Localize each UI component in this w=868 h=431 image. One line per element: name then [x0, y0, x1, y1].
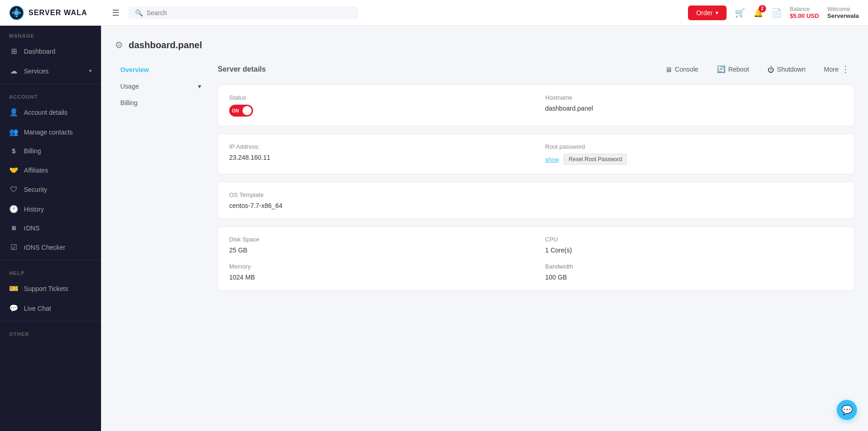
sidebar-item-manage-contacts[interactable]: 👥 Manage contacts — [0, 122, 101, 142]
search-bar[interactable]: 🔍 — [129, 6, 358, 19]
os-template-value: centos-7.7-x86_64 — [229, 202, 843, 209]
svg-point-2 — [14, 11, 19, 15]
status-label: Status — [229, 94, 527, 101]
left-nav-billing[interactable]: Billing — [115, 95, 207, 111]
billing-icon-button[interactable]: 📄 — [772, 8, 782, 18]
cpu-cell: CPU 1 Core(s) — [545, 236, 843, 254]
sidebar-item-account-details[interactable]: 👤 Account details — [0, 102, 101, 122]
root-password-label: Root password — [545, 143, 843, 150]
console-label: Console — [675, 66, 698, 73]
balance-amount: $5.00 USD — [790, 12, 819, 19]
sidebar-label-rdns-checker: rDNS Checker — [24, 244, 65, 251]
os-template-row: OS Template centos-7.7-x86_64 — [229, 191, 843, 209]
chat-bubble-icon: 💬 — [841, 404, 853, 415]
bandwidth-value: 100 GB — [545, 274, 843, 281]
hostname-value: dashboard.panel — [545, 105, 843, 112]
sidebar-item-services[interactable]: ☁ Services ▾ — [0, 61, 101, 81]
server-details-title: Server details — [218, 65, 266, 73]
rdns-checker-icon: ☑ — [9, 243, 18, 252]
resources-card: Disk Space 25 GB CPU 1 Core(s) Memory 10… — [218, 226, 854, 291]
chat-bubble-button[interactable]: 💬 — [837, 400, 857, 420]
main-content: ⚙ dashboard.panel Overview Usage ▾ Billi… — [101, 26, 868, 431]
os-template-cell: OS Template centos-7.7-x86_64 — [229, 191, 843, 209]
password-row: show Reset Root Password — [545, 154, 843, 165]
cart-icon: 🛒 — [735, 8, 745, 17]
logo-icon — [9, 6, 24, 20]
console-icon: 🖥 — [665, 66, 672, 73]
memory-label: Memory — [229, 263, 527, 270]
account-details-icon: 👤 — [9, 108, 18, 117]
sidebar-label-services: Services — [24, 67, 49, 75]
cart-button[interactable]: 🛒 — [735, 8, 745, 18]
topnav-right: Order ▾ 🛒 🔔 2 📄 Balance $5.00 USD Welcom… — [688, 6, 859, 20]
sidebar-label-manage-contacts: Manage contacts — [24, 129, 73, 136]
sidebar-label-history: History — [24, 206, 44, 213]
shutdown-button[interactable]: ⏻ Shutdown — [763, 63, 810, 76]
status-cell: Status ON — [229, 94, 527, 117]
toggle-track[interactable]: ON — [229, 105, 253, 117]
sidebar-item-dashboard[interactable]: ⊞ Dashboard — [0, 41, 101, 61]
server-details-panel: Server details 🖥 Console 🔄 Reboot ⏻ Sh — [218, 62, 854, 298]
hamburger-icon[interactable]: ☰ — [112, 8, 119, 18]
bandwidth-cell: Bandwidth 100 GB — [545, 263, 843, 281]
hostname-cell: Hostname dashboard.panel — [545, 94, 843, 117]
left-nav-usage[interactable]: Usage ▾ — [115, 78, 207, 95]
sidebar-item-support-tickets[interactable]: 🎫 Support Tickets — [0, 279, 101, 298]
svg-point-3 — [16, 8, 17, 10]
memory-value: 1024 MB — [229, 274, 527, 281]
logo: SERVER WALA — [9, 6, 110, 20]
sidebar-label-affiliates: Affiliates — [24, 167, 48, 174]
billing-nav-icon: $ — [9, 147, 18, 155]
ip-label: IP Address: — [229, 143, 527, 150]
os-template-card: OS Template centos-7.7-x86_64 — [218, 182, 854, 219]
more-button[interactable]: More ⋮ — [819, 62, 854, 77]
ip-cell: IP Address: 23.248.160.11 — [229, 143, 527, 165]
welcome-label: Welcome — [827, 6, 850, 12]
reboot-button[interactable]: 🔄 Reboot — [712, 62, 754, 76]
order-button[interactable]: Order ▾ — [688, 6, 727, 20]
ip-password-card: IP Address: 23.248.160.11 Root password … — [218, 134, 854, 174]
history-icon: 🕐 — [9, 205, 18, 213]
status-toggle[interactable]: ON — [229, 105, 527, 117]
sidebar-label-rdns: rDNS — [24, 224, 39, 232]
more-label: More — [824, 66, 839, 73]
sidebar-label-dashboard: Dashboard — [24, 48, 56, 55]
notification-badge: 2 — [759, 5, 766, 12]
disk-value: 25 GB — [229, 246, 527, 254]
sidebar-item-live-chat[interactable]: 💬 Live Chat — [0, 298, 101, 318]
username-label: Serverwala — [827, 12, 859, 19]
usage-arrow-icon: ▾ — [198, 83, 201, 90]
sidebar-item-billing[interactable]: $ Billing — [0, 142, 101, 160]
sidebar-item-security[interactable]: 🛡 Security — [0, 180, 101, 199]
server-actions: 🖥 Console 🔄 Reboot ⏻ Shutdown More — [660, 62, 854, 77]
balance-label: Balance — [790, 6, 810, 12]
notifications-button[interactable]: 🔔 2 — [753, 8, 763, 18]
layout: MANAGE ⊞ Dashboard ☁ Services ▾ ACCOUNT … — [0, 26, 868, 431]
svg-point-4 — [16, 16, 17, 17]
page-title-icon: ⚙ — [115, 39, 123, 50]
search-icon: 🔍 — [135, 9, 143, 17]
page-title-bar: ⚙ dashboard.panel — [115, 39, 854, 50]
left-nav: Overview Usage ▾ Billing — [115, 62, 207, 298]
sidebar-item-rdns-checker[interactable]: ☑ rDNS Checker — [0, 237, 101, 257]
left-nav-overview[interactable]: Overview — [115, 62, 207, 78]
hostname-label: Hostname — [545, 94, 843, 101]
sidebar-item-history[interactable]: 🕐 History — [0, 199, 101, 219]
sidebar-item-rdns[interactable]: ⊞ rDNS — [0, 219, 101, 237]
reset-root-password-button[interactable]: Reset Root Password — [564, 154, 627, 165]
manage-contacts-icon: 👥 — [9, 128, 18, 136]
shutdown-icon: ⏻ — [767, 66, 774, 73]
svg-point-6 — [19, 12, 21, 14]
services-icon: ☁ — [9, 67, 18, 75]
show-password-link[interactable]: show — [545, 156, 559, 163]
bandwidth-label: Bandwidth — [545, 263, 843, 270]
reboot-icon: 🔄 — [717, 65, 726, 73]
left-nav-usage-label: Usage — [120, 83, 139, 90]
more-dots-icon: ⋮ — [841, 64, 850, 74]
console-button[interactable]: 🖥 Console — [660, 63, 703, 76]
sidebar-item-affiliates[interactable]: 🤝 Affiliates — [0, 160, 101, 180]
sidebar-divider-2 — [0, 260, 101, 260]
live-chat-icon: 💬 — [9, 304, 18, 313]
search-input[interactable] — [147, 9, 352, 17]
toggle-thumb — [242, 106, 252, 115]
